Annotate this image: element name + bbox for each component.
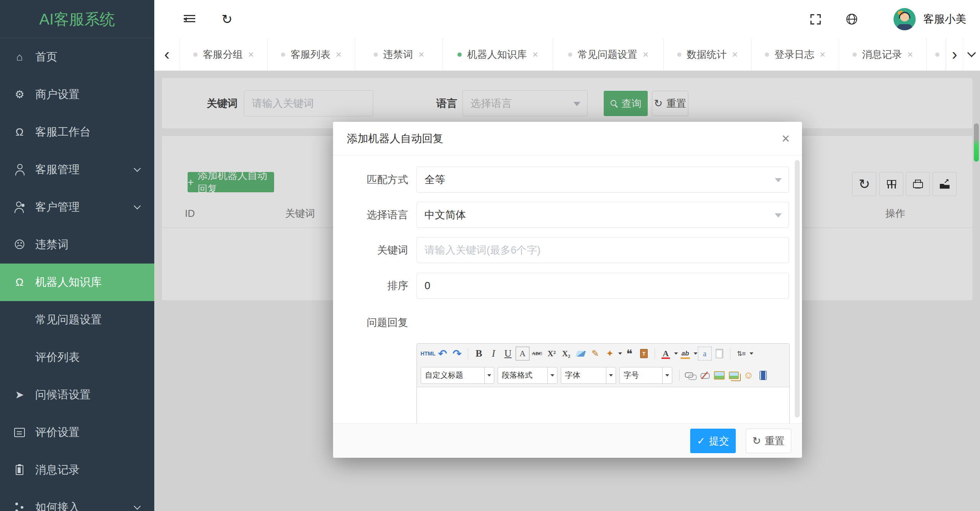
editor-toolbar-row1: HTML↶↷BIUAABCX²X₂✎✦❝Aaba⇅≡: [417, 344, 789, 364]
fullscreen-button[interactable]: [804, 0, 827, 38]
sidebar-item-11[interactable]: 消息记录: [0, 451, 154, 489]
headset-icon: Ω: [14, 277, 25, 288]
page-scrollbar-thumb[interactable]: [974, 123, 979, 162]
toolbar-divider: [468, 348, 468, 359]
tab-dot: [193, 52, 198, 57]
editor-dropdown-0[interactable]: 自定义标题: [421, 367, 494, 384]
strikethrough-button[interactable]: ABC: [530, 347, 544, 360]
dropdown-value: 字体: [561, 370, 606, 380]
redo-button[interactable]: ↷: [450, 347, 464, 360]
sidebar-item-label: 常见问题设置: [35, 312, 102, 328]
tabs-dropdown-button[interactable]: [963, 38, 980, 70]
tab-dot: [765, 52, 769, 57]
new-page-button[interactable]: [712, 347, 726, 360]
tab-0[interactable]: 客服分组×: [180, 38, 268, 70]
link-button[interactable]: [683, 369, 697, 382]
sidebar-item-label: 问候语设置: [35, 387, 91, 403]
editor-dropdown-3[interactable]: 字号: [619, 367, 672, 384]
undo-button[interactable]: ↶: [436, 347, 449, 360]
video-button[interactable]: [756, 369, 770, 382]
modal-reset-button[interactable]: ↻ 重置: [746, 429, 791, 453]
sidebar-item-0[interactable]: ⌂首页: [0, 38, 154, 76]
font-frame-button[interactable]: A: [516, 347, 529, 360]
font-color-button[interactable]: A: [659, 347, 673, 360]
page-refresh-button[interactable]: ↻: [216, 0, 238, 38]
caret-down-icon: [606, 367, 616, 383]
tab-3[interactable]: 机器人知识库×: [443, 38, 553, 70]
globe-icon: [846, 14, 857, 25]
sidebar-item-5[interactable]: ☹违禁词: [0, 226, 154, 264]
tab-label: 消息记录: [862, 48, 902, 61]
sidebar-item-12[interactable]: 如何接入: [0, 489, 154, 511]
sidebar-item-2[interactable]: Ω客服工作台: [0, 113, 154, 151]
superscript-button[interactable]: X²: [545, 347, 559, 360]
tab-1[interactable]: 客服列表×: [268, 38, 355, 70]
underline-button[interactable]: U: [501, 347, 515, 360]
tab-label: 客服分组: [203, 48, 243, 61]
line-height-button[interactable]: ⇅≡: [734, 347, 748, 360]
blockquote-button[interactable]: ❝: [622, 347, 636, 360]
tab-5[interactable]: 数据统计×: [664, 38, 751, 70]
close-icon[interactable]: ×: [732, 49, 738, 61]
sidebar-item-3[interactable]: 客服管理: [0, 151, 154, 188]
submit-button[interactable]: ✓ 提交: [690, 429, 736, 453]
bold-button[interactable]: B: [472, 347, 486, 360]
tab-2[interactable]: 违禁词×: [355, 38, 443, 70]
topbar: ↻ 客服小美: [154, 0, 980, 38]
tab-dot: [374, 52, 378, 57]
emoji-button[interactable]: ☺: [742, 369, 755, 382]
sidebar-item-label: 消息记录: [35, 462, 80, 478]
eraser-button[interactable]: [574, 347, 588, 360]
close-icon[interactable]: ×: [643, 49, 648, 61]
keyword-input[interactable]: [416, 237, 789, 263]
user-menu[interactable]: 客服小美: [893, 0, 966, 38]
collapse-menu-button[interactable]: [178, 0, 201, 38]
sidebar-item-6[interactable]: Ω机器人知识库: [0, 264, 154, 301]
modal-scrollbar-thumb[interactable]: [795, 160, 800, 418]
close-icon[interactable]: ×: [907, 49, 913, 61]
close-icon[interactable]: ×: [418, 49, 424, 61]
format-painter-button[interactable]: ✎: [588, 347, 602, 360]
persons-icon: [14, 201, 25, 213]
tab-4[interactable]: 常见问题设置×: [553, 38, 664, 70]
editor-dropdown-1[interactable]: 段落格式: [498, 367, 557, 384]
sort-input[interactable]: [416, 273, 789, 299]
dropdown-value: 字号: [620, 370, 662, 380]
match-type-select[interactable]: 全等: [416, 167, 789, 193]
nodes-icon: [14, 502, 25, 511]
highlight-color-button[interactable]: ab: [678, 347, 692, 360]
close-icon[interactable]: ×: [532, 49, 538, 61]
anchor-button[interactable]: a: [698, 347, 712, 360]
multi-image-button[interactable]: [727, 369, 741, 382]
paste-text-button[interactable]: [637, 347, 651, 360]
language-button[interactable]: [840, 0, 863, 38]
sidebar-item-4[interactable]: 客户管理: [0, 188, 154, 226]
language-select[interactable]: 中文简体: [416, 202, 789, 228]
close-icon[interactable]: ×: [248, 49, 254, 61]
image-button[interactable]: [712, 369, 726, 382]
close-icon[interactable]: ×: [782, 132, 790, 146]
sidebar-item-9[interactable]: ➤问候语设置: [0, 376, 154, 414]
italic-button[interactable]: I: [487, 347, 500, 360]
tabs-scroll-left-button[interactable]: ‹: [154, 38, 180, 70]
editor-dropdown-2[interactable]: 字体: [561, 367, 616, 384]
tab-8[interactable]: [927, 38, 946, 70]
html-source-button[interactable]: HTML: [421, 347, 435, 360]
autotypeset-button[interactable]: ✦: [603, 347, 617, 360]
chevron-down-icon: [134, 202, 140, 209]
sidebar-item-7[interactable]: 常见问题设置: [0, 301, 154, 339]
sidebar: AI客服系统 ⌂首页⚙商户设置Ω客服工作台客服管理客户管理☹违禁词Ω机器人知识库…: [0, 0, 154, 511]
subscript-button[interactable]: X₂: [559, 347, 573, 360]
close-icon[interactable]: ×: [336, 49, 341, 61]
tab-6[interactable]: 登录日志×: [751, 38, 839, 70]
language-label: 选择语言: [333, 202, 408, 228]
sidebar-item-10[interactable]: 评价设置: [0, 414, 154, 451]
close-icon[interactable]: ×: [820, 49, 825, 61]
form-row-language: 选择语言 中文简体: [333, 202, 802, 228]
sidebar-item-1[interactable]: ⚙商户设置: [0, 76, 154, 113]
sidebar-item-8[interactable]: 评价列表: [0, 339, 154, 376]
tabs-scroll-right-button[interactable]: ›: [946, 38, 963, 70]
tab-label: 客服列表: [291, 48, 330, 61]
unlink-button[interactable]: [698, 369, 712, 382]
tab-7[interactable]: 消息记录×: [839, 38, 927, 70]
